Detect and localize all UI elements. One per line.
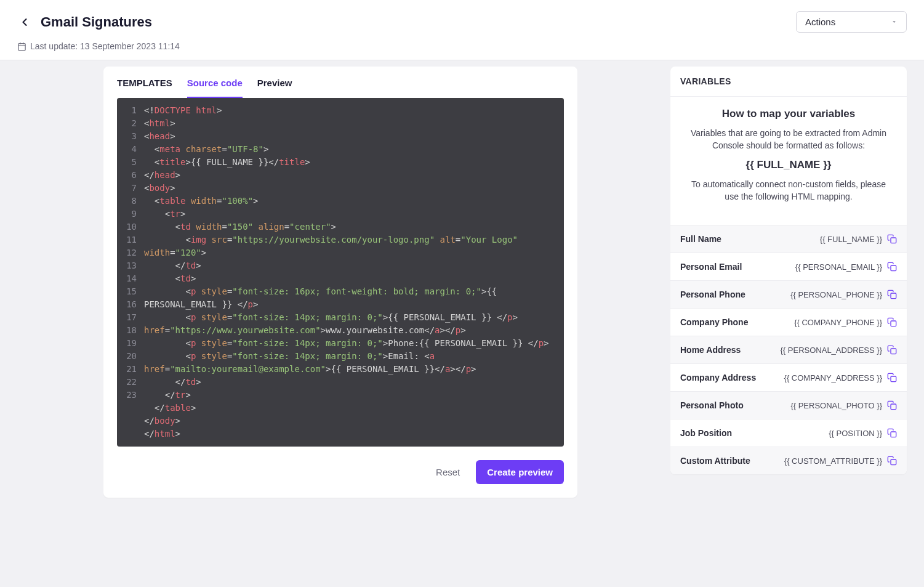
- svg-rect-10: [891, 404, 896, 410]
- copy-icon[interactable]: [887, 234, 897, 244]
- variable-token: {{ PERSONAL_PHONE }}: [790, 290, 882, 299]
- variables-header: VARIABLES: [670, 67, 907, 97]
- copy-icon[interactable]: [887, 317, 897, 327]
- calendar-icon: [17, 42, 26, 51]
- code-editor[interactable]: 1<!DOCTYPE html> 2<html> 3<head> 4 <meta…: [117, 98, 564, 447]
- copy-icon[interactable]: [887, 345, 897, 355]
- variable-row: Company Address{{ COMPANY_ADDRESS }}: [670, 363, 907, 391]
- variable-token: {{ PERSONAL_ADDRESS }}: [781, 346, 882, 355]
- variable-label: Home Address: [680, 345, 741, 355]
- svg-rect-12: [891, 459, 896, 465]
- svg-rect-6: [891, 293, 896, 299]
- caret-down-icon: [891, 18, 898, 25]
- variables-example: {{ FULL_NAME }}: [684, 159, 893, 171]
- variable-label: Company Address: [680, 373, 756, 383]
- variable-row: Personal Phone{{ PERSONAL_PHONE }}: [670, 280, 907, 308]
- svg-rect-11: [891, 432, 896, 437]
- variable-label: Company Phone: [680, 317, 748, 327]
- variable-row: Job Position{{ POSITION }}: [670, 419, 907, 447]
- variable-row: Home Address{{ PERSONAL_ADDRESS }}: [670, 336, 907, 363]
- back-button[interactable]: [17, 15, 32, 30]
- last-update: Last update: 13 September 2023 11:14: [17, 41, 907, 51]
- page-header: Gmail Signatures Actions Last update: 13…: [0, 0, 924, 60]
- variable-row: Custom Attribute{{ CUSTOM_ATTRIBUTE }}: [670, 447, 907, 474]
- page-title: Gmail Signatures: [41, 14, 152, 30]
- variable-row: Personal Photo{{ PERSONAL_PHOTO }}: [670, 391, 907, 419]
- variable-label: Custom Attribute: [680, 456, 750, 466]
- chevron-left-icon: [18, 16, 31, 28]
- create-preview-button[interactable]: Create preview: [476, 460, 564, 484]
- editor-card: TEMPLATES Source code Preview 1<!DOCTYPE…: [103, 67, 577, 498]
- actions-label: Actions: [805, 17, 835, 27]
- copy-icon[interactable]: [887, 456, 897, 466]
- svg-rect-7: [891, 321, 896, 326]
- tabs: TEMPLATES Source code Preview: [103, 67, 577, 98]
- copy-icon[interactable]: [887, 262, 897, 272]
- copy-icon[interactable]: [887, 428, 897, 438]
- variable-token: {{ CUSTOM_ATTRIBUTE }}: [784, 456, 882, 466]
- svg-rect-0: [18, 43, 25, 50]
- variable-label: Job Position: [680, 428, 732, 438]
- reset-button[interactable]: Reset: [427, 460, 468, 484]
- variable-label: Personal Email: [680, 262, 742, 272]
- actions-dropdown[interactable]: Actions: [796, 11, 907, 33]
- tab-source-code[interactable]: Source code: [187, 78, 243, 98]
- last-update-text: Last update: 13 September 2023 11:14: [30, 41, 180, 51]
- variable-row: Full Name{{ FULL_NAME }}: [670, 225, 907, 253]
- variables-desc2: To automatically connect non-custom fiel…: [684, 179, 893, 203]
- variable-token: {{ PERSONAL_EMAIL }}: [795, 262, 882, 272]
- variables-list: Full Name{{ FULL_NAME }}Personal Email{{…: [670, 225, 907, 474]
- svg-rect-8: [891, 349, 896, 354]
- tab-templates[interactable]: TEMPLATES: [117, 78, 172, 98]
- copy-icon[interactable]: [887, 373, 897, 383]
- variable-label: Personal Photo: [680, 400, 744, 410]
- tab-preview[interactable]: Preview: [257, 78, 292, 98]
- variable-token: {{ COMPANY_PHONE }}: [794, 318, 882, 327]
- variable-row: Personal Email{{ PERSONAL_EMAIL }}: [670, 253, 907, 280]
- variable-token: {{ PERSONAL_PHOTO }}: [790, 401, 882, 410]
- variable-label: Full Name: [680, 234, 721, 244]
- variable-label: Personal Phone: [680, 289, 745, 299]
- copy-icon[interactable]: [887, 289, 897, 299]
- svg-rect-9: [891, 376, 896, 382]
- svg-rect-4: [891, 238, 896, 243]
- variable-token: {{ POSITION }}: [829, 429, 882, 438]
- svg-rect-5: [891, 265, 896, 271]
- variable-token: {{ COMPANY_ADDRESS }}: [784, 373, 882, 383]
- copy-icon[interactable]: [887, 400, 897, 410]
- variables-panel: VARIABLES How to map your variables Vari…: [670, 67, 907, 474]
- variable-token: {{ FULL_NAME }}: [820, 235, 882, 244]
- variable-row: Company Phone{{ COMPANY_PHONE }}: [670, 308, 907, 336]
- variables-heading: How to map your variables: [684, 108, 893, 120]
- variables-desc1: Variables that are going to be extracted…: [684, 128, 893, 152]
